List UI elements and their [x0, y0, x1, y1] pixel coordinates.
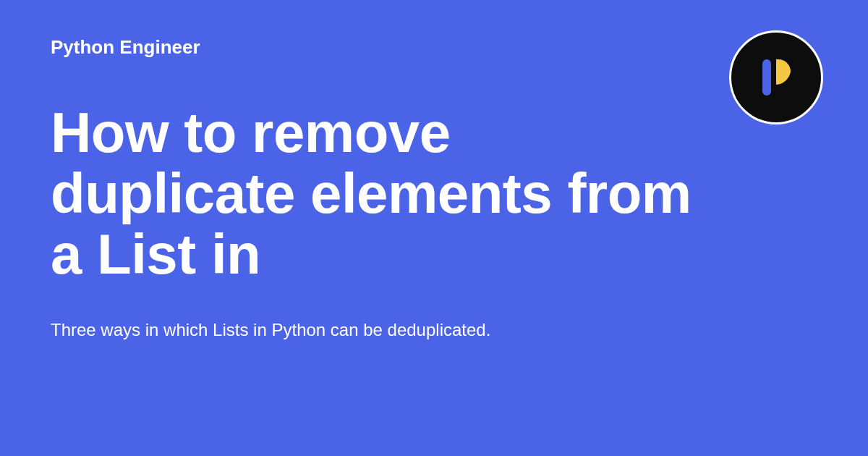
article-title: How to remove duplicate elements from a … [51, 102, 702, 285]
logo-icon [751, 52, 801, 103]
svg-rect-0 [762, 59, 771, 96]
logo-badge [729, 30, 823, 124]
site-name: Python Engineer [51, 36, 817, 59]
article-subtitle: Three ways in which Lists in Python can … [51, 318, 817, 342]
